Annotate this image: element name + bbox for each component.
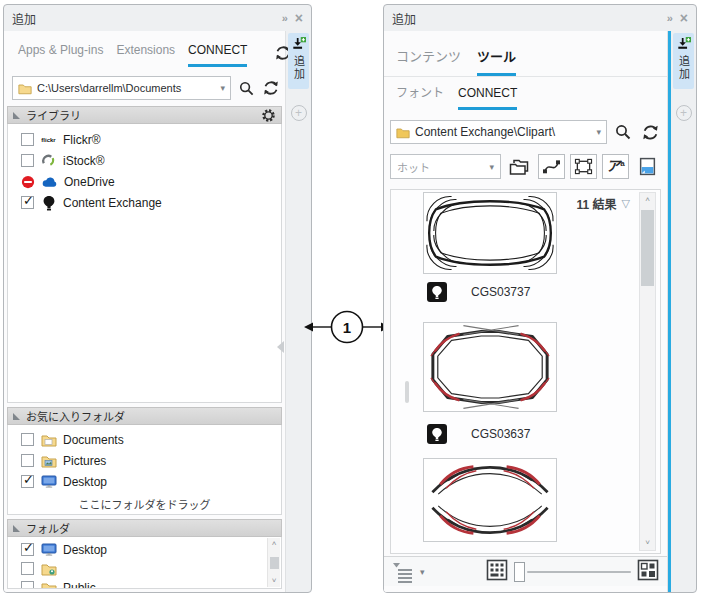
font-files-button[interactable]: アa bbox=[602, 154, 629, 179]
checkbox[interactable] bbox=[21, 581, 34, 589]
refresh-button[interactable] bbox=[639, 122, 661, 142]
view-options-bar: ▾ bbox=[384, 556, 667, 586]
browse-folders-button[interactable] bbox=[506, 154, 533, 179]
large-thumbnails-button[interactable] bbox=[637, 559, 659, 584]
collapse-triangle-icon bbox=[13, 112, 20, 119]
checkbox[interactable] bbox=[21, 433, 34, 446]
thumbnail-cgs03737[interactable] bbox=[423, 192, 557, 274]
favorites-list: Documents Pictures bbox=[7, 425, 282, 515]
small-thumbnails-button[interactable] bbox=[486, 559, 508, 584]
category-value: ホット bbox=[397, 159, 489, 175]
item-label: Flickr® bbox=[63, 133, 101, 147]
slider-track[interactable] bbox=[527, 571, 631, 573]
docker-collapse-icon[interactable] bbox=[277, 341, 284, 353]
folders-scrollbar[interactable]: ˄ ˅ bbox=[267, 538, 280, 587]
results-scrollbar[interactable]: ˄ ˅ bbox=[639, 192, 656, 551]
oval-frame-image bbox=[424, 459, 556, 541]
flickr-icon: flickr bbox=[41, 137, 55, 143]
list-item-content-exchange[interactable]: Content Exchange bbox=[8, 192, 281, 213]
section-label: フォルダ bbox=[26, 520, 70, 536]
tab-connect[interactable]: CONNECT bbox=[188, 43, 247, 67]
result-item-label[interactable]: CGS03737 bbox=[427, 282, 530, 302]
transform-handles-icon bbox=[574, 158, 593, 175]
import-icon bbox=[677, 37, 691, 52]
panel-title-bar: 追加 » × bbox=[4, 5, 311, 31]
category-combobox[interactable]: ホット ▾ bbox=[390, 154, 501, 179]
list-item-flickr[interactable]: flickr Flickr® bbox=[8, 129, 281, 150]
item-label: Desktop bbox=[63, 475, 107, 489]
tab-fonts[interactable]: フォント bbox=[396, 83, 444, 110]
search-button[interactable] bbox=[612, 122, 634, 142]
list-item-documents[interactable]: Documents bbox=[8, 429, 281, 450]
content-exchange-badge-icon bbox=[427, 282, 447, 302]
bitmap-files-button[interactable] bbox=[634, 154, 661, 179]
checkbox[interactable] bbox=[21, 133, 34, 146]
section-header-folders[interactable]: フォルダ bbox=[7, 519, 282, 537]
tab-extensions[interactable]: Extensions bbox=[116, 43, 175, 67]
list-item-onedrive[interactable]: OneDrive bbox=[8, 171, 281, 192]
search-button[interactable] bbox=[236, 78, 256, 98]
tab-apps-plugins[interactable]: Apps & Plug-ins bbox=[18, 43, 103, 67]
panel-resize-grip[interactable] bbox=[405, 381, 409, 403]
scroll-up-icon[interactable]: ˄ bbox=[645, 196, 650, 204]
close-icon[interactable]: × bbox=[295, 10, 303, 26]
sort-options-button[interactable]: ▾ bbox=[392, 561, 425, 583]
docker-tab-label: 追加 bbox=[676, 55, 692, 81]
list-item-desktop[interactable]: Desktop bbox=[8, 471, 281, 492]
results-dropdown-icon[interactable]: ▽ bbox=[622, 197, 630, 210]
chevron-down-icon[interactable]: ▾ bbox=[489, 162, 494, 172]
panel-menu-icon[interactable]: » bbox=[282, 12, 287, 24]
panel-menu-icon[interactable]: » bbox=[667, 12, 672, 24]
scroll-down-icon[interactable]: ˅ bbox=[272, 577, 277, 585]
list-item-desktop[interactable]: Desktop bbox=[8, 540, 281, 559]
chevron-down-icon[interactable]: ▾ bbox=[220, 83, 225, 93]
gear-icon[interactable] bbox=[261, 108, 276, 123]
scrollbar-thumb[interactable] bbox=[641, 210, 654, 286]
docker-tab-add[interactable]: 追加 bbox=[673, 33, 694, 89]
scroll-up-icon[interactable]: ˄ bbox=[272, 540, 277, 548]
add-docker-icon[interactable]: + bbox=[291, 105, 307, 121]
thumbnail-size-slider[interactable] bbox=[514, 562, 631, 582]
drop-hint-text: ここにフォルダをドラッグ bbox=[8, 496, 281, 512]
checkbox[interactable] bbox=[21, 454, 34, 467]
library-list: flickr Flickr® iStock® bbox=[7, 124, 282, 403]
scroll-down-icon[interactable]: ˅ bbox=[645, 539, 650, 547]
checkbox[interactable] bbox=[21, 543, 34, 556]
thumbnail-cgs03637[interactable] bbox=[423, 322, 557, 412]
callout-number: 1 bbox=[343, 319, 351, 336]
docker-tab-add[interactable]: 追加 bbox=[288, 33, 309, 89]
checkbox[interactable] bbox=[21, 196, 34, 209]
refresh-button[interactable] bbox=[261, 78, 281, 98]
thumbnail-item-3[interactable] bbox=[423, 458, 557, 542]
vector-files-button[interactable] bbox=[538, 154, 565, 179]
filter-toolbar: ホット ▾ bbox=[390, 153, 661, 180]
section-header-library[interactable]: ライブラリ bbox=[7, 106, 282, 124]
list-item-pictures[interactable]: Pictures bbox=[8, 450, 281, 471]
tools-docker-panel: 追加 » × コンテンツ ツール フォント CONNECT Content Ex… bbox=[383, 4, 697, 593]
checkbox[interactable] bbox=[21, 475, 34, 488]
tab-content[interactable]: コンテンツ bbox=[396, 46, 461, 76]
tab-tools[interactable]: ツール bbox=[477, 46, 516, 76]
checkbox[interactable] bbox=[21, 562, 34, 575]
transform-files-button[interactable] bbox=[570, 154, 597, 179]
section-header-favorites[interactable]: お気に入りフォルダ bbox=[7, 407, 282, 425]
scrollbar-thumb[interactable] bbox=[270, 557, 279, 569]
tab-connect[interactable]: CONNECT bbox=[458, 86, 517, 110]
slider-thumb[interactable] bbox=[514, 562, 525, 582]
connect-docker-panel: 追加 » × Apps & Plug-ins Extensions CONNEC… bbox=[3, 4, 312, 593]
panel-title: 追加 bbox=[12, 10, 36, 27]
path-combobox[interactable]: Content Exchange\Clipart\ ▾ bbox=[390, 120, 607, 144]
chevron-down-icon[interactable]: ▾ bbox=[596, 127, 601, 137]
folder-icon bbox=[396, 126, 410, 139]
desktop-icon bbox=[41, 543, 57, 556]
result-item-label[interactable]: CGS03637 bbox=[427, 424, 530, 444]
collapse-triangle-icon bbox=[13, 525, 20, 532]
list-item-public[interactable]: Public bbox=[8, 578, 281, 589]
checkbox[interactable] bbox=[21, 154, 34, 167]
add-docker-icon[interactable]: + bbox=[676, 105, 692, 121]
list-item-user-folder[interactable] bbox=[8, 559, 281, 578]
list-item-istock[interactable]: iStock® bbox=[8, 150, 281, 171]
right-panel-content: コンテンツ ツール フォント CONNECT Content Exchange\… bbox=[384, 31, 668, 592]
path-combobox[interactable]: C:\Users\darrellm\Documents ▾ bbox=[12, 76, 231, 100]
close-icon[interactable]: × bbox=[680, 10, 688, 26]
